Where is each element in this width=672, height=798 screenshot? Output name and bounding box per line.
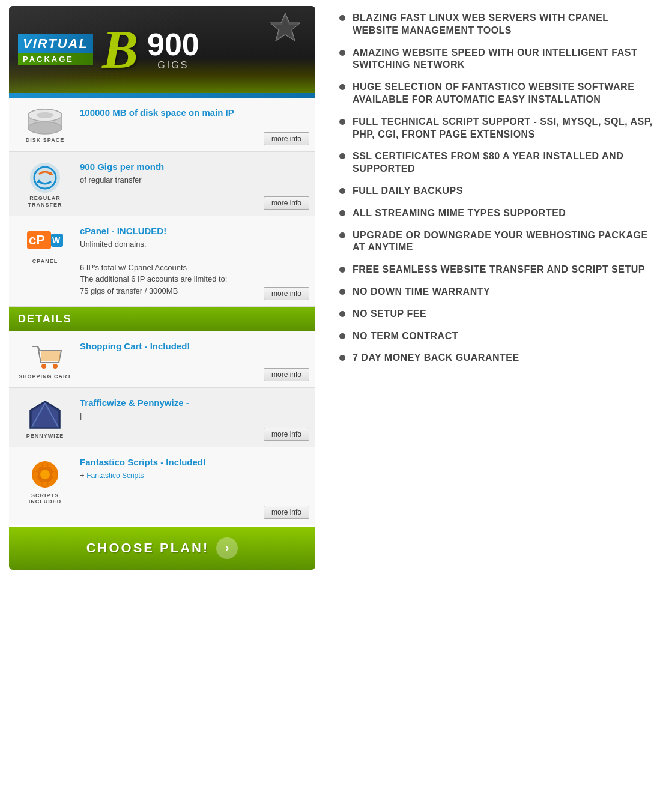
bullet-dot	[339, 50, 345, 56]
cart-title: Shopping Cart - Included!	[80, 341, 304, 351]
pennywize-content: Trafficwize & Pennywize - |	[75, 395, 309, 425]
details-header: DETAILS	[9, 307, 315, 331]
choose-plan-text: CHOOSE PLAN!	[86, 540, 210, 556]
bullet-dot	[339, 84, 345, 90]
right-panel: BLAZING FAST LINUX WEB SERVERS WITH CPAN…	[327, 6, 663, 570]
features-bullet-list: BLAZING FAST LINUX WEB SERVERS WITH CPAN…	[339, 12, 657, 364]
bullet-item: HUGE SELECTION OF FANTASTICO WEBSITE SOF…	[339, 81, 657, 106]
pennywize-icon	[27, 398, 63, 431]
bullet-dot	[339, 267, 345, 273]
bullet-dot	[339, 232, 345, 238]
bullet-item: 7 DAY MONEY BACK GUARANTEE	[339, 352, 657, 364]
blue-accent-bar	[9, 93, 315, 98]
svg-rect-19	[41, 351, 60, 361]
fantastico-icon-label: SCRIPTS INCLUDED	[15, 492, 75, 506]
pennywize-icon-area: PENNYWIZE	[15, 395, 75, 440]
cpanel-more-info-button[interactable]: more info	[264, 287, 309, 300]
pennywize-desc: |	[80, 410, 304, 422]
fantastico-more-info-button[interactable]: more info	[264, 506, 309, 519]
choose-plan-arrow-icon: ›	[216, 537, 238, 559]
disk-space-title: 100000 MB of disk space on main IP	[80, 107, 304, 118]
virtual-label: VIRTUAL PACKAGE	[18, 34, 93, 65]
svg-point-26	[40, 470, 50, 479]
bullet-item: NO TERM CONTRACT	[339, 330, 657, 343]
bullet-dot	[339, 311, 345, 317]
fantastico-icon-area: SCRIPTS INCLUDED	[15, 455, 75, 506]
svg-point-28	[42, 481, 48, 487]
seal-badge	[264, 12, 306, 54]
pennywize-row: PENNYWIZE Trafficwize & Pennywize - | mo…	[9, 388, 315, 447]
svg-point-30	[52, 471, 58, 477]
disk-space-row: DISK SPACE 100000 MB of disk space on ma…	[9, 98, 315, 152]
bullet-dot	[339, 210, 345, 216]
cpanel-icon: cP W	[26, 226, 65, 256]
svg-point-4	[28, 122, 62, 134]
bullet-dot	[339, 188, 345, 194]
svg-text:cP: cP	[29, 232, 45, 247]
package-letter: B	[102, 23, 138, 77]
fantastico-link[interactable]: Fantastico Scripts	[86, 471, 144, 480]
bullet-item: SSL CERTIFICATES FROM $80 A YEAR INSTALL…	[339, 150, 657, 175]
cpanel-icon-area: cP W CPANEL	[15, 223, 75, 265]
disk-space-icon-area: DISK SPACE	[15, 105, 75, 144]
cart-icon	[29, 342, 62, 372]
svg-point-29	[32, 471, 38, 477]
fantastico-row: SCRIPTS INCLUDED Fantastico Scripts - In…	[9, 447, 315, 525]
bullet-item: AMAZING WEBSITE SPEED WITH OUR INTELLIGE…	[339, 47, 657, 72]
disk-space-icon-label: DISK SPACE	[26, 137, 64, 144]
cart-icon-label: SHOPPING CART	[19, 373, 71, 380]
svg-text:W: W	[52, 235, 61, 245]
cart-content: Shopping Cart - Included!	[75, 339, 309, 356]
bullet-dot	[339, 119, 345, 125]
bullet-item: FULL DAILY BACKUPS	[339, 185, 657, 198]
virtual-text: VIRTUAL	[18, 34, 93, 53]
transfer-desc: of regular transfer	[80, 174, 304, 186]
package-text: PACKAGE	[18, 53, 93, 65]
bullet-item: FULL TECHNICAL SCRIPT SUPPORT - SSI, MYS…	[339, 116, 657, 141]
disk-space-more-info-button[interactable]: more info	[264, 132, 309, 145]
bullet-dot	[339, 153, 345, 159]
bullet-item: BLAZING FAST LINUX WEB SERVERS WITH CPAN…	[339, 12, 657, 37]
bullet-dot	[339, 355, 345, 361]
bullet-dot	[339, 15, 345, 21]
bullet-item: ALL STREAMING MIME TYPES SUPPORTED	[339, 207, 657, 220]
transfer-more-info-button[interactable]: more info	[264, 196, 309, 210]
shopping-cart-row: SHOPPING CART Shopping Cart - Included! …	[9, 331, 315, 388]
pennywize-more-info-button[interactable]: more info	[264, 428, 309, 441]
bullet-item: NO SETUP FEE	[339, 308, 657, 321]
transfer-row: REGULAR TRANSFER 900 Gigs per month of r…	[9, 152, 315, 216]
fantastico-content: Fantastico Scripts - Included! + Fantast…	[75, 455, 309, 484]
svg-point-17	[41, 364, 46, 369]
bullet-item: UPGRADE OR DOWNGRADE YOUR WEBHOSTING PAC…	[339, 229, 657, 255]
pennywize-icon-label: PENNYWIZE	[26, 433, 64, 440]
svg-point-18	[53, 364, 58, 369]
disk-space-content: 100000 MB of disk space on main IP	[75, 105, 309, 122]
cpanel-icon-label: CPANEL	[32, 258, 58, 265]
transfer-icon-label: REGULAR TRANSFER	[15, 195, 75, 208]
cart-icon-area: SHOPPING CART	[15, 339, 75, 380]
cart-more-info-button[interactable]: more info	[264, 368, 309, 381]
fantastico-title: Fantastico Scripts - Included!	[80, 457, 304, 467]
disk-icon	[27, 108, 63, 135]
bullet-dot	[339, 333, 345, 339]
package-header: VIRTUAL PACKAGE B 900 GIGS	[9, 6, 315, 93]
transfer-title: 900 Gigs per month	[80, 162, 304, 172]
svg-point-27	[42, 462, 48, 468]
choose-plan-button[interactable]: CHOOSE PLAN! ›	[9, 527, 315, 570]
cpanel-row: cP W CPANEL cPanel - INCLUDED! Unlimited…	[9, 216, 315, 307]
left-panel: VIRTUAL PACKAGE B 900 GIGS	[9, 6, 315, 570]
fantastico-desc: + Fantastico Scripts	[80, 470, 304, 482]
bullet-item: NO DOWN TIME WARRANTY	[339, 286, 657, 298]
transfer-icon	[27, 162, 63, 193]
transfer-icon-area: REGULAR TRANSFER	[15, 159, 75, 208]
transfer-content: 900 Gigs per month of regular transfer	[75, 159, 309, 189]
gigs-display: 900 GIGS	[147, 29, 199, 71]
cpanel-title: cPanel - INCLUDED!	[80, 226, 304, 236]
fantastico-icon	[27, 458, 63, 491]
bullet-item: FREE SEAMLESS WEBSITE TRANSFER AND SCRIP…	[339, 264, 657, 276]
pennywize-title: Trafficwize & Pennywize -	[80, 397, 304, 408]
gigs-number: 900	[147, 29, 199, 60]
bullet-dot	[339, 289, 345, 295]
svg-point-6	[37, 112, 53, 118]
